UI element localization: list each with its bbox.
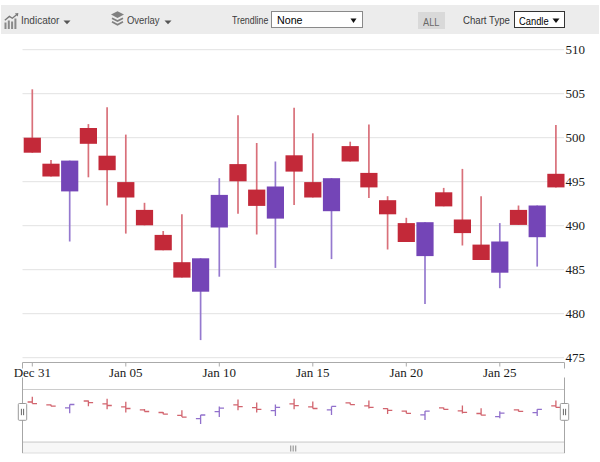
svg-text:490: 490 bbox=[566, 218, 586, 233]
svg-text:480: 480 bbox=[566, 306, 586, 321]
svg-text:495: 495 bbox=[566, 174, 586, 189]
svg-text:Jan 10: Jan 10 bbox=[203, 365, 237, 380]
svg-text:Dec 31: Dec 31 bbox=[14, 365, 51, 380]
svg-text:505: 505 bbox=[566, 86, 586, 101]
svg-text:475: 475 bbox=[566, 350, 586, 365]
svg-text:Jan 25: Jan 25 bbox=[483, 365, 517, 380]
svg-text:510: 510 bbox=[566, 42, 586, 57]
svg-text:Jan 20: Jan 20 bbox=[390, 365, 424, 380]
svg-text:Jan 05: Jan 05 bbox=[109, 365, 143, 380]
svg-text:Jan 15: Jan 15 bbox=[296, 365, 330, 380]
svg-text:500: 500 bbox=[566, 130, 586, 145]
svg-text:485: 485 bbox=[566, 262, 586, 277]
